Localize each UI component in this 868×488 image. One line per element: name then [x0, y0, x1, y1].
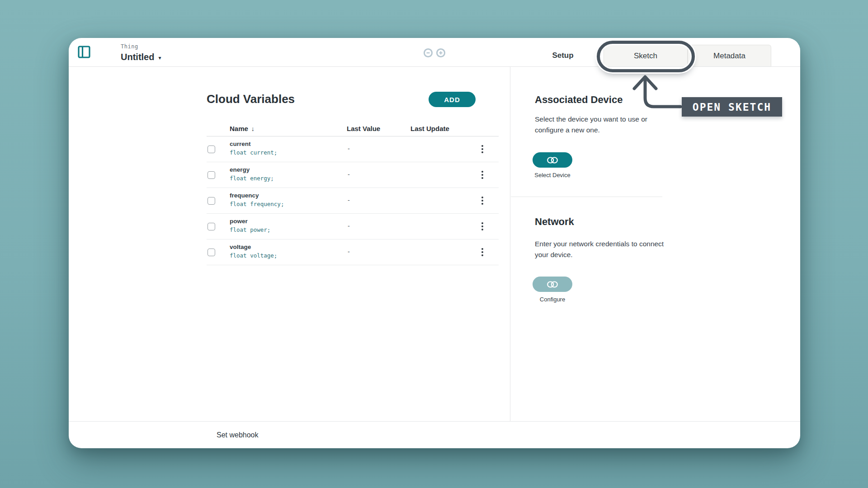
- row-menu-button[interactable]: [476, 142, 489, 156]
- panel-left-icon: [78, 46, 90, 58]
- column-header-last-value: Last Value: [347, 125, 380, 132]
- sort-desc-icon: ↓: [251, 125, 255, 132]
- set-webhook-button[interactable]: Set webhook: [217, 422, 259, 449]
- select-device-label: Select Device: [533, 172, 572, 178]
- thing-title-block: Thing Untitled ▾: [121, 43, 161, 62]
- network-title: Network: [535, 216, 574, 228]
- annotation-arrow: [625, 70, 688, 113]
- tab-metadata[interactable]: Metadata: [688, 45, 771, 66]
- thing-name: Untitled: [121, 52, 154, 62]
- last-value-cell: -: [348, 248, 350, 255]
- arduino-logo: [423, 48, 446, 60]
- variable-declaration: float power;: [230, 226, 270, 233]
- variables-table-header: Name↓ Last Value Last Update: [207, 122, 499, 136]
- column-header-name[interactable]: Name↓: [230, 125, 255, 132]
- variable-declaration: float current;: [230, 149, 277, 156]
- select-device-block: Select Device: [533, 152, 572, 178]
- variable-name[interactable]: current: [230, 141, 251, 147]
- column-header-last-update: Last Update: [410, 125, 449, 132]
- thing-page-card: Thing Untitled ▾ Setup Sketch Metadata C…: [69, 38, 800, 448]
- chevron-down-icon: ▾: [158, 54, 161, 61]
- link-icon: [547, 281, 558, 288]
- table-row: voltagefloat voltage;-: [207, 239, 499, 265]
- thing-name-dropdown[interactable]: Untitled ▾: [121, 52, 161, 62]
- thing-label: Thing: [121, 43, 161, 50]
- configure-network-label: Configure: [533, 296, 572, 303]
- cloud-variables-title: Cloud Variables: [207, 92, 295, 106]
- open-sketch-callout: OPEN SKETCH: [682, 97, 782, 117]
- table-row: energyfloat energy;-: [207, 162, 499, 188]
- table-row: frequencyfloat frequency;-: [207, 188, 499, 214]
- variable-name[interactable]: voltage: [230, 244, 251, 250]
- variable-declaration: float energy;: [230, 175, 274, 182]
- variable-name[interactable]: frequency: [230, 192, 259, 199]
- section-divider: [511, 197, 662, 197]
- row-menu-button[interactable]: [476, 220, 489, 233]
- configure-network-button[interactable]: [533, 277, 572, 292]
- row-menu-button[interactable]: [476, 245, 489, 259]
- row-checkbox[interactable]: [208, 145, 215, 153]
- link-icon: [547, 157, 558, 164]
- row-menu-button[interactable]: [476, 168, 489, 182]
- tab-setup[interactable]: Setup: [522, 45, 604, 66]
- select-device-button[interactable]: [533, 152, 572, 168]
- variable-declaration: float voltage;: [230, 252, 277, 259]
- page-footer: Set webhook: [69, 421, 800, 448]
- row-checkbox[interactable]: [208, 223, 215, 230]
- variable-name[interactable]: energy: [230, 166, 250, 173]
- last-value-cell: -: [348, 145, 350, 152]
- sidebar-toggle-button[interactable]: [78, 46, 90, 58]
- table-row: powerfloat power;-: [207, 214, 499, 239]
- last-value-cell: -: [348, 222, 350, 230]
- variable-declaration: float frequency;: [230, 201, 284, 207]
- row-checkbox[interactable]: [208, 249, 215, 256]
- associated-device-title: Associated Device: [535, 94, 623, 106]
- last-value-cell: -: [348, 197, 350, 204]
- row-checkbox[interactable]: [208, 171, 215, 179]
- associated-device-description: Select the device you want to use or con…: [535, 114, 670, 136]
- tab-sketch[interactable]: Sketch: [604, 45, 688, 66]
- add-variable-button[interactable]: ADD: [429, 92, 476, 107]
- row-menu-button[interactable]: [476, 194, 489, 207]
- variables-table: Name↓ Last Value Last Update currentfloa…: [207, 122, 499, 265]
- last-value-cell: -: [348, 171, 350, 178]
- variables-table-body: currentfloat current;-energyfloat energy…: [207, 136, 499, 265]
- network-description: Enter your network credentials to connec…: [535, 239, 670, 260]
- panel-divider: [510, 66, 510, 421]
- row-checkbox[interactable]: [208, 197, 215, 205]
- thing-tabs: Setup Sketch Metadata: [522, 45, 771, 66]
- configure-network-block: Configure: [533, 277, 572, 303]
- table-row: currentfloat current;-: [207, 136, 499, 162]
- header-divider: [69, 66, 800, 67]
- variable-name[interactable]: power: [230, 218, 248, 225]
